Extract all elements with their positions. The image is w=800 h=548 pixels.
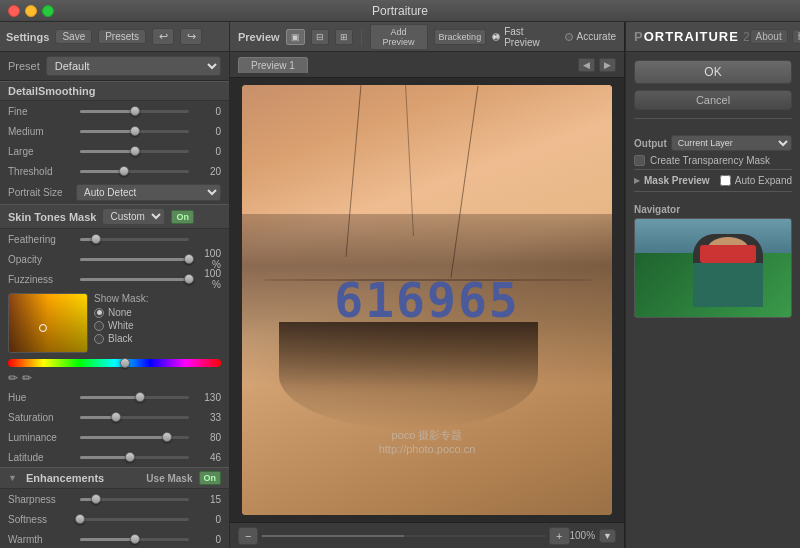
slider-fuzziness[interactable] [80,278,189,281]
watermark: poco 摄影专题 http://photo.poco.cn [379,428,476,455]
minimize-button[interactable] [25,5,37,17]
portrait-size-label: Portrait Size [8,187,76,198]
radio-none-label: None [108,307,132,318]
skin-on-badge[interactable]: On [171,210,194,224]
radio-black[interactable]: Black [94,333,221,344]
enhancements-header: ▼ Enhancements Use Mask On [0,467,229,489]
main-container: Settings Save Presets ↩ ↪ Preset Default… [0,22,800,548]
watermark-line2: http://photo.poco.cn [379,443,476,455]
save-button[interactable]: Save [55,29,92,44]
slider-softness[interactable] [80,518,189,521]
auto-expand-label: Auto Expand [735,175,792,186]
hue-bar-row [0,357,229,369]
about-button[interactable]: About [750,29,788,44]
zoom-slider-track[interactable] [262,535,545,537]
enhancements-on-badge[interactable]: On [199,471,222,485]
slider-opacity[interactable] [80,258,189,261]
create-transparency-checkbox[interactable] [634,155,645,166]
zoom-in-button[interactable]: + [549,527,569,545]
zoom-dropdown-button[interactable]: ▼ [599,529,616,543]
param-row-large: Large 0 [0,141,229,161]
accurate-radio[interactable]: Accurate [565,31,616,42]
preset-select[interactable]: Default [46,56,221,76]
color-gradient-box[interactable] [8,293,88,353]
add-preview-button[interactable]: Add Preview [370,24,428,50]
param-value-luminance: 80 [193,432,221,443]
param-row-sharpness: Sharpness 15 [0,489,229,509]
slider-luminance[interactable] [80,436,189,439]
slider-sharpness[interactable] [80,498,189,501]
param-label-opacity: Opacity [8,254,76,265]
slider-latitude[interactable] [80,456,189,459]
preview-tab-1[interactable]: Preview 1 [238,57,308,73]
param-value-saturation: 33 [193,412,221,423]
maximize-button[interactable] [42,5,54,17]
slider-warmth[interactable] [80,538,189,541]
logo-version: 2 [743,30,750,44]
slider-medium[interactable] [80,130,189,133]
slider-feathering[interactable] [80,238,189,241]
portrait-size-select[interactable]: Auto Detect [76,184,221,201]
hue-bar[interactable] [8,359,221,367]
split-view-button[interactable]: ⊟ [311,29,329,45]
param-row-medium: Medium 0 [0,121,229,141]
eyedropper-add-button[interactable]: ✏ [8,371,18,385]
bracketing-button[interactable]: Bracketing [434,29,487,45]
param-row-luminance: Luminance 80 [0,427,229,447]
accurate-label: Accurate [577,31,616,42]
slider-fine[interactable] [80,110,189,113]
logo-text: PORTRAITURE [634,29,739,44]
preset-row: Preset Default [0,52,229,81]
cancel-button[interactable]: Cancel [634,90,792,110]
eyedropper-row: ✏ ✏ [0,369,229,387]
undo-button[interactable]: ↩ [152,28,174,45]
skin-custom-select[interactable]: Custom [102,208,165,225]
param-label-fine: Fine [8,106,76,117]
eyedropper-remove-button[interactable]: ✏ [22,371,32,385]
image-number: 616965 [334,272,519,328]
auto-expand-checkbox[interactable] [720,175,731,186]
param-label-medium: Medium [8,126,76,137]
output-select[interactable]: Current Layer [671,135,792,151]
mask-preview-label[interactable]: Mask Preview [644,175,716,186]
param-value-warmth: 0 [193,534,221,545]
param-value-sharpness: 15 [193,494,221,505]
slider-saturation[interactable] [80,416,189,419]
ok-button[interactable]: OK [634,60,792,84]
titlebar: Portraiture [0,0,800,22]
param-row-hue: Hue 130 [0,387,229,407]
param-value-large: 0 [193,146,221,157]
fast-preview-radio[interactable]: Fast Preview [492,26,558,48]
color-cursor [39,324,47,332]
param-value-fuzziness: 100 % [193,268,221,290]
presets-button[interactable]: Presets [98,29,146,44]
param-label-warmth: Warmth [8,534,76,545]
divider-1 [634,118,792,119]
param-row-softness: Softness 0 [0,509,229,529]
output-section: Output Current Layer Create Transparency… [634,135,792,194]
slider-hue[interactable] [80,396,189,399]
next-arrow[interactable]: ▶ [599,58,616,72]
param-value-threshold: 20 [193,166,221,177]
radio-none[interactable]: None [94,307,221,318]
prev-arrow[interactable]: ◀ [578,58,595,72]
zoom-out-button[interactable]: − [238,527,258,545]
help-button[interactable]: Help [792,29,800,44]
right-header: PORTRAITURE 2 About Help [626,22,800,52]
single-view-button[interactable]: ▣ [286,29,305,45]
redo-button[interactable]: ↪ [180,28,202,45]
create-transparency-label: Create Transparency Mask [650,155,770,166]
radio-black-dot [94,334,104,344]
slider-large[interactable] [80,150,189,153]
dual-view-button[interactable]: ⊞ [335,29,353,45]
param-label-hue: Hue [8,392,76,403]
close-button[interactable] [8,5,20,17]
create-transparency-row[interactable]: Create Transparency Mask [634,155,792,166]
radio-white[interactable]: White [94,320,221,331]
preview-image: 616965 poco 摄影专题 http://photo.poco.cn [242,85,612,515]
use-mask-label: Use Mask [146,473,192,484]
navigator-thumbnail[interactable] [634,218,792,318]
slider-threshold[interactable] [80,170,189,173]
output-label: Output [634,138,667,149]
param-label-large: Large [8,146,76,157]
